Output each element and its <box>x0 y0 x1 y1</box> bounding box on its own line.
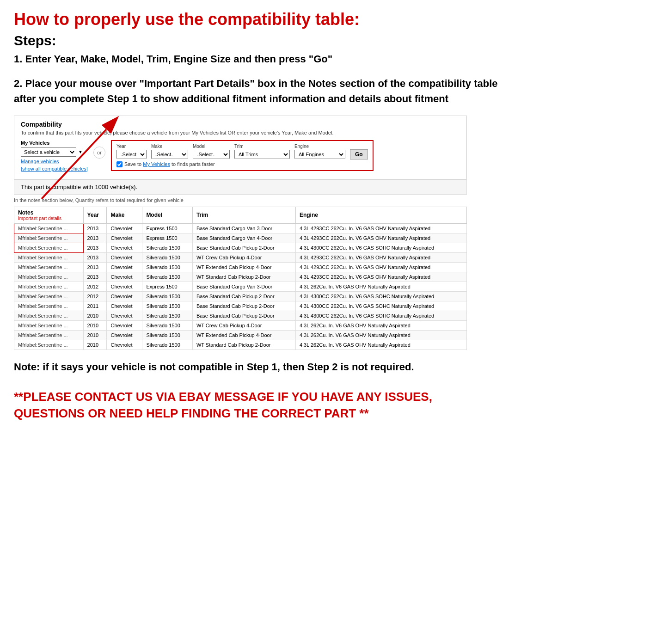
make-cell: Chevrolet <box>107 233 142 243</box>
make-cell: Chevrolet <box>107 311 142 320</box>
model-cell: Silverado 1500 <box>142 262 193 272</box>
engine-cell: 4.3L 4293CC 262Cu. In. V6 GAS OHV Natura… <box>295 223 466 233</box>
manage-vehicles-link[interactable]: Manage vehicles <box>21 159 88 164</box>
table-row: Mfrlabel:Serpentine ...2010ChevroletSilv… <box>14 330 467 340</box>
model-cell: Silverado 1500 <box>142 272 193 282</box>
col-header-trim: Trim <box>192 207 295 223</box>
table-row: Mfrlabel:Serpentine ...2011ChevroletSilv… <box>14 301 467 311</box>
model-cell: Silverado 1500 <box>142 291 193 301</box>
engine-label: Engine <box>294 144 345 149</box>
table-row: Mfrlabel:Serpentine ...2013ChevroletSilv… <box>14 243 467 252</box>
make-cell: Chevrolet <box>107 272 142 282</box>
model-cell: Silverado 1500 <box>142 243 193 252</box>
quantity-note: In the notes section below, Quantity ref… <box>14 197 467 203</box>
compat-title: Compatibility <box>21 121 460 128</box>
compat-subtitle: To confirm that this part fits your vehi… <box>21 130 460 135</box>
trim-cell: Base Standard Cab Pickup 2-Door <box>192 301 295 311</box>
year-make-row: Year -Select- Make -Select- Model <box>116 144 368 159</box>
engine-select[interactable]: All Engines <box>294 150 345 159</box>
table-row: Mfrlabel:Serpentine ...2013ChevroletSilv… <box>14 272 467 282</box>
year-cell: 2010 <box>83 340 107 350</box>
make-select[interactable]: -Select- <box>151 150 188 159</box>
year-cell: 2013 <box>83 262 107 272</box>
notes-cell: Mfrlabel:Serpentine ... <box>14 243 84 252</box>
trim-cell: WT Crew Cab Pickup 4-Door <box>192 252 295 262</box>
engine-cell: 4.3L 4300CC 262Cu. In. V6 GAS SOHC Natur… <box>295 243 466 252</box>
my-vehicles-link[interactable]: My Vehicles <box>143 161 170 167</box>
engine-cell: 4.3L 4293CC 262Cu. In. V6 GAS OHV Natura… <box>295 272 466 282</box>
trim-field-group: Trim All Trims <box>234 144 290 159</box>
model-cell: Silverado 1500 <box>142 330 193 340</box>
engine-cell: 4.3L 4293CC 262Cu. In. V6 GAS OHV Natura… <box>295 262 466 272</box>
my-vehicles-section: My Vehicles Select a vehicle ▼ Manage ve… <box>21 140 88 172</box>
engine-field-group: Engine All Engines <box>294 144 345 159</box>
year-cell: 2013 <box>83 272 107 282</box>
engine-cell: 4.3L 4293CC 262Cu. In. V6 GAS OHV Natura… <box>295 252 466 262</box>
engine-cell: 4.3L 262Cu. In. V6 GAS OHV Naturally Asp… <box>295 340 466 350</box>
make-cell: Chevrolet <box>107 243 142 252</box>
make-cell: Chevrolet <box>107 301 142 311</box>
engine-cell: 4.3L 4300CC 262Cu. In. V6 GAS SOHC Natur… <box>295 311 466 320</box>
notes-cell: Mfrlabel:Serpentine ... <box>14 330 84 340</box>
year-cell: 2013 <box>83 252 107 262</box>
trim-cell: Base Standard Cab Pickup 2-Door <box>192 311 295 320</box>
model-cell: Silverado 1500 <box>142 320 193 330</box>
model-label: Model <box>193 144 230 149</box>
table-row: Mfrlabel:Serpentine ...2012ChevroletSilv… <box>14 291 467 301</box>
engine-cell: 4.3L 262Cu. In. V6 GAS OHV Naturally Asp… <box>295 282 466 291</box>
trim-cell: WT Standard Cab Pickup 2-Door <box>192 272 295 282</box>
model-cell: Express 1500 <box>142 233 193 243</box>
make-cell: Chevrolet <box>107 330 142 340</box>
notes-cell: Mfrlabel:Serpentine ... <box>14 272 84 282</box>
compat-controls: My Vehicles Select a vehicle ▼ Manage ve… <box>21 140 460 172</box>
table-row: Mfrlabel:Serpentine ...2012ChevroletExpr… <box>14 282 467 291</box>
show-all-link[interactable]: [show all compatible vehicles] <box>21 166 88 172</box>
year-cell: 2010 <box>83 320 107 330</box>
year-cell: 2010 <box>83 311 107 320</box>
trim-cell: Base Standard Cab Pickup 2-Door <box>192 243 295 252</box>
go-button[interactable]: Go <box>350 149 368 159</box>
my-vehicles-select-row: Select a vehicle ▼ <box>21 147 88 157</box>
step1-text: 1. Enter Year, Make, Model, Trim, Engine… <box>14 52 654 67</box>
model-select[interactable]: -Select- <box>193 150 230 159</box>
notes-cell: Mfrlabel:Serpentine ... <box>14 262 84 272</box>
col-header-model: Model <box>142 207 193 223</box>
main-title: How to properly use the compatibility ta… <box>14 9 654 29</box>
make-cell: Chevrolet <box>107 282 142 291</box>
note-block: Note: if it says your vehicle is not com… <box>14 359 522 374</box>
model-field-group: Model -Select- <box>193 144 230 159</box>
year-cell: 2012 <box>83 282 107 291</box>
trim-select[interactable]: All Trims <box>234 150 290 159</box>
model-cell: Silverado 1500 <box>142 301 193 311</box>
make-field-group: Make -Select- <box>151 144 188 159</box>
table-row: Mfrlabel:Serpentine ...2010ChevroletSilv… <box>14 340 467 350</box>
engine-cell: 4.3L 4293CC 262Cu. In. V6 GAS OHV Natura… <box>295 233 466 243</box>
compatibility-section: Compatibility To confirm that this part … <box>14 116 654 350</box>
year-make-section: Year -Select- Make -Select- Model <box>111 140 374 171</box>
notes-cell: Mfrlabel:Serpentine ... <box>14 252 84 262</box>
notes-cell: Mfrlabel:Serpentine ... <box>14 301 84 311</box>
trim-cell: Base Standard Cab Pickup 2-Door <box>192 291 295 301</box>
col-header-notes: Notes Important part details <box>14 207 84 223</box>
my-vehicles-label: My Vehicles <box>21 140 88 146</box>
year-select[interactable]: -Select- <box>116 150 147 159</box>
year-cell: 2010 <box>83 330 107 340</box>
trim-cell: WT Standard Cab Pickup 2-Door <box>192 340 295 350</box>
contact-block: **PLEASE CONTACT US VIA EBAY MESSAGE IF … <box>14 388 476 422</box>
make-cell: Chevrolet <box>107 340 142 350</box>
engine-cell: 4.3L 4300CC 262Cu. In. V6 GAS SOHC Natur… <box>295 291 466 301</box>
make-cell: Chevrolet <box>107 223 142 233</box>
trim-cell: WT Crew Cab Pickup 4-Door <box>192 320 295 330</box>
trim-cell: Base Standard Cargo Van 3-Door <box>192 282 295 291</box>
notes-cell: Mfrlabel:Serpentine ... <box>14 282 84 291</box>
vehicle-select[interactable]: Select a vehicle <box>21 147 76 157</box>
year-field-group: Year -Select- <box>116 144 147 159</box>
compat-table: Notes Important part details Year Make M… <box>14 207 467 350</box>
make-label: Make <box>151 144 188 149</box>
compat-info-bar: This part is compatible with 1000 vehicl… <box>14 179 467 195</box>
table-header-row: Notes Important part details Year Make M… <box>14 207 467 223</box>
model-cell: Express 1500 <box>142 282 193 291</box>
model-cell: Silverado 1500 <box>142 311 193 320</box>
col-header-engine: Engine <box>295 207 466 223</box>
save-checkbox[interactable] <box>116 161 123 167</box>
